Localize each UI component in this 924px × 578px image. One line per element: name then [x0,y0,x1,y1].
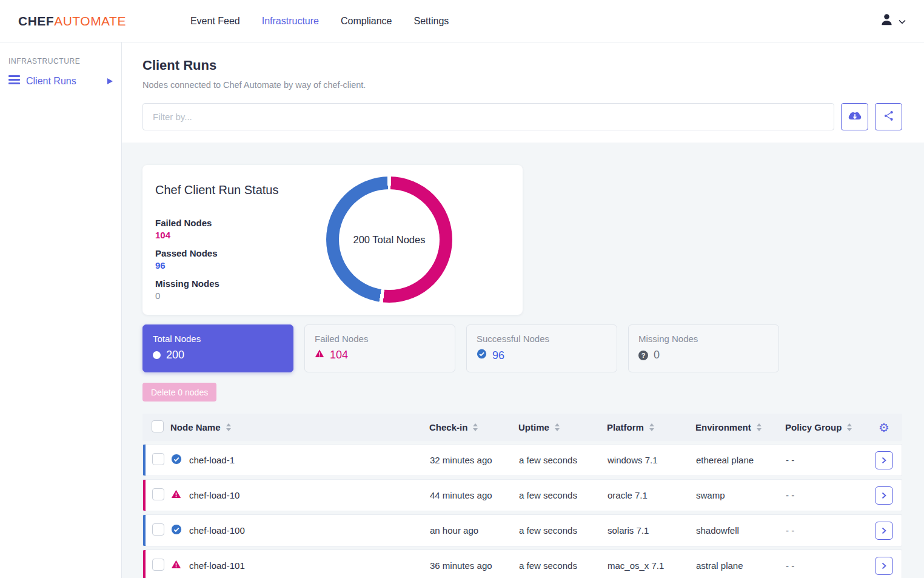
donut-center-label: 200 Total Nodes [353,234,426,246]
sort-environment[interactable] [757,423,762,431]
stat-total-label: Total Nodes [153,334,283,344]
node-checkin: 36 minutes ago [430,560,519,571]
row-details-button[interactable] [875,522,893,540]
node-checkin: 32 minutes ago [430,455,519,465]
row-checkbox[interactable] [152,453,164,465]
node-name-link[interactable]: chef-load-100 [189,525,430,536]
node-policy-group: - - [786,490,866,500]
node-platform: windows 7.1 [608,455,696,465]
delete-nodes-button[interactable]: Delete 0 nodes [142,383,216,402]
circle-icon [153,351,161,359]
stat-successful-value: 96 [492,349,504,362]
question-circle-icon: ? [638,351,648,360]
node-name-link[interactable]: chef-load-1 [189,455,430,465]
stat-missing-value: 0 [654,349,660,361]
node-checkin: an hour ago [430,525,519,536]
page-subtitle: Nodes connected to Chef Automate by way … [142,80,902,90]
select-all-checkbox[interactable] [152,420,164,432]
nav-settings[interactable]: Settings [413,16,449,27]
node-platform: solaris 7.1 [608,525,696,536]
sort-node-name[interactable] [226,423,231,431]
list-icon [8,75,20,87]
stat-missing-label: Missing Nodes [638,334,769,344]
chevron-down-icon [899,16,906,27]
node-environment: shadowfell [696,525,786,536]
user-icon [879,12,894,30]
run-status-donut-chart: 200 Total Nodes [326,176,452,303]
sidebar-section-label: INFRASTRUCTURE [8,57,121,66]
stat-card-total[interactable]: Total Nodes 200 [142,324,293,372]
node-uptime: a few seconds [519,525,608,536]
row-details-button[interactable] [875,451,893,469]
node-uptime: a few seconds [519,455,608,465]
table-header: Node Name Check-in Uptime Platform [142,414,902,441]
success-icon [171,524,182,537]
share-icon [883,110,895,124]
sidebar: INFRASTRUCTURE Client Runs [0,42,122,578]
stat-failed-value: 104 [330,349,348,361]
stat-card-missing[interactable]: Missing Nodes ? 0 [628,324,779,372]
table-row: chef-load-10 44 minutes ago a few second… [142,479,902,511]
col-checkin: Check-in [429,422,467,432]
table-settings-gear-icon[interactable]: ⚙ [879,422,889,434]
nav-links: Event Feed Infrastructure Compliance Set… [190,16,449,27]
node-uptime: a few seconds [519,490,608,500]
expand-arrow-icon[interactable] [107,76,113,87]
chef-automate-logo[interactable]: CHEFAUTOMATE [18,14,126,29]
node-environment: astral plane [696,560,786,571]
node-policy-group: - - [786,560,866,571]
stat-total-value: 200 [166,349,184,361]
node-platform: oracle 7.1 [608,490,696,500]
node-platform: mac_os_x 7.1 [608,560,696,571]
warning-icon [315,349,324,361]
node-checkin: 44 minutes ago [430,490,519,500]
check-circle-icon [477,349,487,362]
table-row: chef-load-100 an hour ago a few seconds … [142,514,902,546]
sort-policy-group[interactable] [847,423,852,431]
col-platform: Platform [607,422,644,432]
col-node-name: Node Name [170,422,221,432]
top-navbar: CHEFAUTOMATE Event Feed Infrastructure C… [0,0,924,42]
node-policy-group: - - [786,525,866,536]
row-checkbox[interactable] [152,488,164,500]
filter-input[interactable] [142,103,834,130]
stat-failed-label: Failed Nodes [315,334,445,344]
nodes-table: Node Name Check-in Uptime Platform [142,414,902,578]
stat-successful-label: Successful Nodes [477,334,607,344]
node-policy-group: - - [786,455,866,465]
sidebar-item-label: Client Runs [26,76,76,87]
sort-platform[interactable] [649,423,654,431]
table-row: chef-load-101 36 minutes ago a few secon… [142,549,902,578]
row-checkbox[interactable] [152,559,164,571]
node-uptime: a few seconds [519,560,608,571]
legend-missing-label: Missing Nodes [155,278,523,289]
page-title: Client Runs [142,58,902,73]
logo-automate-text: AUTOMATE [54,14,126,29]
col-uptime: Uptime [518,422,549,432]
node-name-link[interactable]: chef-load-101 [189,560,430,571]
sort-checkin[interactable] [473,423,478,431]
stat-card-failed[interactable]: Failed Nodes 104 [304,324,455,372]
run-status-title: Chef Client Run Status [155,183,523,197]
node-environment: ethereal plane [696,455,786,465]
node-name-link[interactable]: chef-load-10 [189,490,430,500]
row-details-button[interactable] [875,557,893,575]
sidebar-item-client-runs[interactable]: Client Runs [8,75,121,87]
share-button[interactable] [875,103,902,130]
row-details-button[interactable] [875,486,893,505]
stat-card-successful[interactable]: Successful Nodes 96 [466,324,617,372]
row-checkbox[interactable] [152,523,164,536]
nav-event-feed[interactable]: Event Feed [190,16,240,27]
warning-icon [171,489,181,502]
run-status-card: Chef Client Run Status Failed Nodes 104 … [142,165,523,315]
legend-missing-value: 0 [155,291,523,301]
nav-compliance[interactable]: Compliance [341,16,392,27]
user-menu[interactable] [879,12,906,30]
sort-uptime[interactable] [555,423,560,431]
logo-chef-text: CHEF [18,14,54,29]
cloud-download-icon [847,109,863,124]
success-icon [171,454,182,467]
nav-infrastructure[interactable]: Infrastructure [262,16,319,27]
table-row: chef-load-1 32 minutes ago a few seconds… [142,444,902,476]
download-button[interactable] [841,103,868,130]
